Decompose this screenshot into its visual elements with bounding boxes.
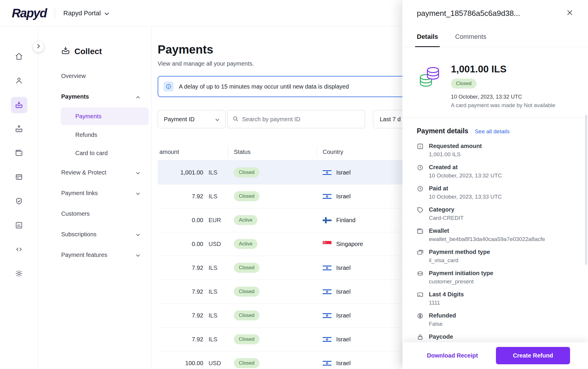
detail-value: ewallet_be4ba8f13da40caa59a7e03022a8acfe [429,236,545,242]
filter-field-select[interactable]: Payment ID [158,110,226,128]
info-square-icon [417,143,424,158]
download-receipt-button[interactable]: Download Receipt [423,352,482,359]
sidebar-item-refunds[interactable]: Refunds [38,126,151,144]
country-name: Singapore [336,241,363,247]
sidebar-item-payment-links[interactable]: Payment links [38,183,151,203]
detail-item-payment-initiation-type: Payment initiation typecustomer_present [417,270,574,285]
detail-item-paycode: Paycode [417,333,574,342]
rail-item-customers[interactable] [11,73,27,89]
table-row[interactable]: 100.00USD Closed Israel [158,351,428,369]
sidebar-item-review-protect[interactable]: Review & Protect [38,162,151,183]
status-badge: Active [234,215,257,225]
close-panel-button[interactable] [564,8,575,19]
rail-item-wallet[interactable] [11,145,27,162]
sidebar-item-label: Overview [61,73,86,79]
sidebar-item-customers[interactable]: Customers [38,203,151,224]
tab-comments[interactable]: Comments [455,26,486,47]
sidebar-item-label: Customers [61,210,90,217]
rail-item-disburse[interactable] [11,121,27,137]
chevron-down-icon [136,231,140,238]
sidebar-item-label: Refunds [75,132,97,138]
sidebar-item-subscriptions[interactable]: Subscriptions [38,224,151,245]
table-row[interactable]: 0.00USD Active Singapore [158,232,428,256]
close-icon [567,9,573,17]
user-icon [15,77,23,86]
table-row[interactable]: 7.92ILS Closed Israel [158,280,428,304]
rail-item-settings[interactable] [11,266,27,282]
wallet-icon [15,149,23,158]
see-all-details-link[interactable]: See all details [475,128,509,135]
status-badge: Closed [234,167,259,177]
table-row[interactable]: 7.92ILS Closed Israel [158,304,428,328]
banner-text: A delay of up to 15 minutes may occur un… [179,83,349,90]
sidebar-item-payment-features[interactable]: Payment features [38,245,151,265]
rapyd-logo: Rapyd [12,6,46,20]
rail-item-analytics[interactable] [11,217,27,234]
chevron-down-icon [136,252,140,258]
sidebar-item-card-to-card[interactable]: Card to card [38,144,151,162]
clock-icon [417,164,424,179]
rail-item-verify[interactable] [11,193,27,210]
flag-israel-icon [323,169,332,176]
sidebar-item-payments[interactable]: Payments [61,107,149,125]
flag-israel-icon [323,336,332,343]
detail-label: Payment initiation type [429,270,493,277]
rail-item-card-reader[interactable] [11,169,27,186]
sidebar-item-overview[interactable]: Overview [38,66,151,86]
coin-icon [417,270,424,285]
sidebar-expand-button[interactable] [33,41,44,52]
coins-icon [417,64,442,109]
detail-value: 10 October, 2023, 13:33 UTC [429,194,502,200]
chevron-right-icon [37,44,40,50]
status-badge: Closed [234,310,259,320]
date-range-value: Last 7 d [380,116,401,123]
status-badge: Closed [234,191,259,201]
rail-item-developers[interactable] [11,242,27,258]
detail-value: customer_present [429,278,493,285]
search-input[interactable] [242,116,360,123]
sidebar-item-label: Payments [75,113,101,120]
sidebar-item-label: Card to card [75,150,108,157]
column-header-status[interactable]: Status [228,146,317,158]
payment-summary: 1,001.00 ILS Closed 10 October, 2023, 13… [417,64,574,109]
country-name: Israel [336,336,351,343]
detail-item-created-at: Created at10 October, 2023, 13:32 UTC [417,164,574,179]
currency-code: ILS [209,336,220,343]
rail-item-collect[interactable] [11,97,27,113]
payment-search [227,110,365,128]
flag-israel-icon [323,265,332,271]
table-row[interactable]: 0.00EUR Active Finland [158,208,428,232]
tab-details[interactable]: Details [417,26,438,47]
sidebar-group-payments[interactable]: Payments [38,86,151,107]
amount-value: 7.92 [192,288,203,295]
panel-body: 1,001.00 ILS Closed 10 October, 2023, 13… [402,47,588,369]
summary-text: 1,001.00 ILS Closed 10 October, 2023, 13… [451,64,555,109]
table-row[interactable]: 7.92ILS Closed Israel [158,256,428,280]
create-refund-button[interactable]: Create Refund [496,347,570,364]
lock-icon [417,333,424,342]
detail-item-ewallet: Ewalletewallet_be4ba8f13da40caa59a7e0302… [417,227,574,242]
flag-singapore-icon [323,241,332,247]
column-header-amount[interactable]: amount [158,146,228,158]
table-row[interactable]: 7.92ILS Closed Israel [158,328,428,351]
summary-description: A card payment was made by Not available [451,102,555,109]
chevron-down-icon [104,9,109,17]
info-icon [164,82,174,92]
rail-item-home[interactable] [11,49,27,65]
wallet-icon [417,227,424,242]
portal-switcher[interactable]: Rapyd Portal [63,9,109,17]
amount-value: 7.92 [192,336,203,343]
table-row[interactable]: 1,001.00ILS Closed Israel [158,161,428,184]
flag-israel-icon [323,193,332,200]
collect-icon [15,101,23,110]
detail-value: il_visa_card [429,257,490,264]
card-icon [417,291,424,306]
chevron-up-icon [136,93,140,100]
payment-details-header: Payment details See all details [417,127,574,135]
table-row[interactable]: 7.92ILS Closed Israel [158,184,428,208]
panel-scrollbar[interactable] [585,115,587,265]
detail-label: Category [429,206,464,213]
status-badge: Closed [234,263,259,273]
sidebar-item-label: Review & Protect [61,169,106,176]
status-badge: Closed [234,287,259,297]
